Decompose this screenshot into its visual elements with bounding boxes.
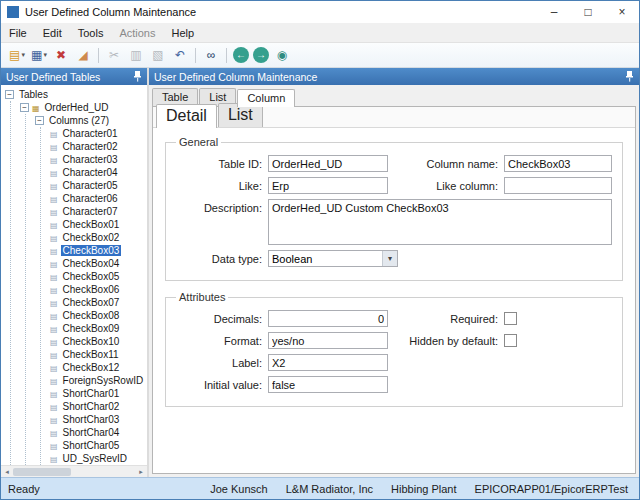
save-button[interactable]: ▦▾	[29, 45, 49, 65]
column-icon	[50, 427, 61, 438]
column-icon	[50, 271, 61, 282]
column-icon	[50, 414, 61, 425]
delete-x-icon: ✖	[56, 49, 66, 61]
pin-icon[interactable]	[133, 71, 142, 82]
scrollbar-thumb[interactable]	[13, 468, 71, 476]
target-icon: ◉	[277, 49, 287, 61]
tree-item-column[interactable]: ShortChar02	[50, 400, 147, 413]
initial-value-field[interactable]	[268, 376, 388, 393]
column-icon	[50, 258, 61, 269]
tree-item-column[interactable]: CheckBox11	[50, 348, 147, 361]
like-column-label: Like column:	[388, 180, 504, 192]
column-icon	[50, 349, 61, 360]
search-button[interactable]: ∞	[201, 45, 221, 65]
tree-panel-header: User Defined Tables	[1, 68, 147, 85]
format-field[interactable]	[268, 332, 388, 349]
tree-column-list: Character01 Character02 Char	[40, 127, 147, 465]
tree-item-column[interactable]: ShortChar03	[50, 413, 147, 426]
maximize-button[interactable]: □	[571, 1, 605, 23]
binoculars-icon: ∞	[207, 49, 216, 61]
tree-node-table[interactable]: OrderHed_UD	[20, 101, 147, 114]
undo-arrow-icon: ↶	[175, 49, 185, 61]
tree-item-column[interactable]: CheckBox05	[50, 270, 147, 283]
like-column-field[interactable]	[504, 177, 612, 194]
tree-item-column[interactable]: UD_SysRevID	[50, 452, 147, 465]
tree-item-column[interactable]: ForeignSysRowID	[50, 374, 147, 387]
label-label: Label:	[176, 357, 268, 369]
collapse-icon[interactable]	[35, 116, 44, 125]
undo-button[interactable]: ↶	[170, 45, 190, 65]
tree-node-tables[interactable]: Tables	[5, 88, 147, 101]
tree-node-columns[interactable]: Columns (27)	[35, 114, 147, 127]
tree-item-column[interactable]: CheckBox12	[50, 361, 147, 374]
tree-item-column[interactable]: CheckBox10	[50, 335, 147, 348]
menu-bar: File Edit Tools Actions Help	[1, 23, 639, 43]
tab-column[interactable]: Column	[237, 89, 295, 107]
tree-item-column[interactable]: Character06	[50, 192, 147, 205]
collapse-icon[interactable]	[20, 103, 29, 112]
toolbar-button	[226, 48, 227, 63]
menu-file[interactable]: File	[1, 24, 35, 42]
tree-item-column[interactable]: CheckBox08	[50, 309, 147, 322]
chevron-down-icon: ▾	[43, 51, 47, 59]
paste-icon: ▧	[152, 49, 163, 61]
minimize-button[interactable]: –	[537, 1, 571, 23]
menu-tools[interactable]: Tools	[70, 24, 112, 42]
copy-button[interactable]: ▥	[126, 45, 146, 65]
column-name-field[interactable]	[504, 155, 612, 172]
description-field[interactable]: OrderHed_UD Custom CheckBox03	[268, 199, 612, 245]
collapse-icon[interactable]	[5, 90, 14, 99]
pin-icon[interactable]	[625, 71, 634, 82]
data-type-select[interactable]: Boolean	[268, 250, 398, 267]
tree-item-column[interactable]: Character03	[50, 153, 147, 166]
table-id-field[interactable]	[268, 155, 388, 172]
tree-item-column[interactable]: CheckBox07	[50, 296, 147, 309]
new-button[interactable]: ▤▾	[7, 45, 27, 65]
tree-item-column[interactable]: Character07	[50, 205, 147, 218]
delete-button[interactable]: ✖	[51, 45, 71, 65]
hidden-by-default-checkbox[interactable]	[504, 334, 517, 347]
column-icon	[50, 440, 61, 451]
tree-item-column[interactable]: CheckBox02	[50, 231, 147, 244]
menu-actions[interactable]: Actions	[111, 24, 163, 42]
sub-tabstrip: Detail List	[153, 107, 635, 128]
required-label: Required:	[388, 313, 504, 325]
tree-item-column[interactable]: ShortChar04	[50, 426, 147, 439]
tree-item-column[interactable]: CheckBox09	[50, 322, 147, 335]
tree-item-column[interactable]: CheckBox01	[50, 218, 147, 231]
decimals-field[interactable]	[268, 310, 388, 327]
forward-button[interactable]: →	[253, 47, 269, 63]
tree-item-column[interactable]: CheckBox06	[50, 283, 147, 296]
horizontal-scrollbar[interactable]: ◂ ▸	[1, 465, 147, 477]
menu-edit[interactable]: Edit	[35, 24, 70, 42]
like-label: Like:	[176, 180, 268, 192]
toolbar-button	[195, 48, 196, 63]
arrow-right-icon: →	[256, 50, 266, 60]
data-type-label: Data type:	[176, 253, 268, 265]
required-checkbox[interactable]	[504, 312, 517, 325]
cut-button[interactable]: ✂	[104, 45, 124, 65]
like-field[interactable]	[268, 177, 388, 194]
tree-item-column[interactable]: ShortChar01	[50, 387, 147, 400]
scroll-left-icon[interactable]: ◂	[1, 468, 13, 476]
tree-item-column[interactable]: CheckBox04	[50, 257, 147, 270]
tree-item-column[interactable]: CheckBox03	[50, 244, 147, 257]
column-icon	[50, 297, 61, 308]
copy-icon: ▥	[130, 49, 141, 61]
label-field[interactable]	[268, 354, 388, 371]
tab-detail[interactable]: Detail	[156, 104, 217, 128]
target-button[interactable]: ◉	[272, 45, 292, 65]
paste-button[interactable]: ▧	[148, 45, 168, 65]
menu-help[interactable]: Help	[163, 24, 202, 42]
tree-item-column[interactable]: Character05	[50, 179, 147, 192]
chevron-down-icon[interactable]	[382, 251, 397, 266]
tree-item-column[interactable]: ShortChar05	[50, 439, 147, 452]
status-item: EPICORAPP01/EpicorERPTest	[475, 483, 628, 495]
close-button[interactable]: ×	[605, 1, 639, 23]
back-button[interactable]: ←	[233, 47, 249, 63]
tree-item-column[interactable]: Character04	[50, 166, 147, 179]
tree-item-column[interactable]: Character02	[50, 140, 147, 153]
clear-button[interactable]: ◢	[73, 45, 93, 65]
tree-item-column[interactable]: Character01	[50, 127, 147, 140]
scroll-right-icon[interactable]: ▸	[135, 468, 147, 476]
